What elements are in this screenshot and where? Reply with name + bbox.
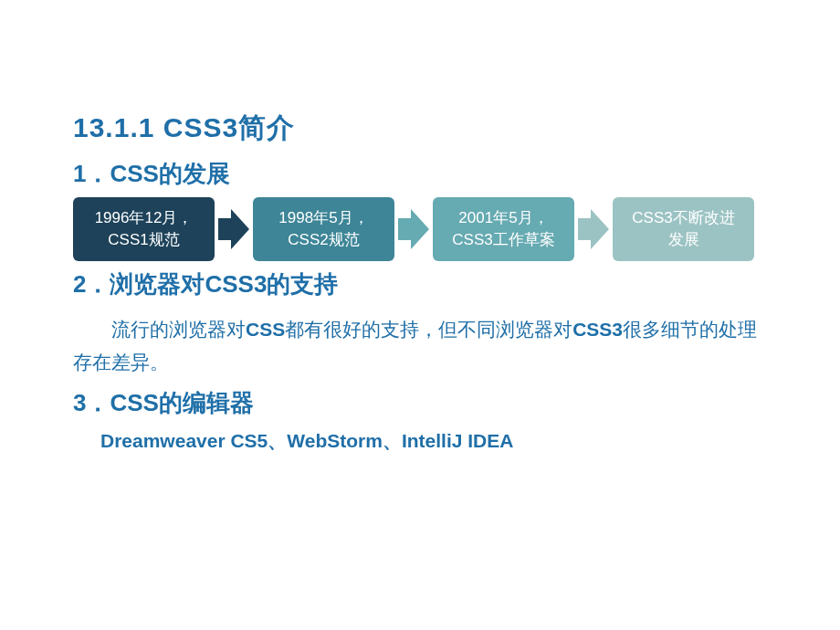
arrow-icon xyxy=(218,209,249,249)
section2-body: 流行的浏览器对CSS都有很好的支持，但不同浏览器对CSS3很多细节的处理存在差异… xyxy=(73,313,767,378)
flow-box-4-line2: 发展 xyxy=(668,229,699,251)
flow-box-2-line2: CSS2规范 xyxy=(288,229,359,251)
arrow-icon xyxy=(578,209,609,249)
body-bold2: CSS3 xyxy=(572,319,623,340)
flow-box-4-line1: CSS3不断改进 xyxy=(632,207,734,229)
section3-heading: 3．CSS的编辑器 xyxy=(73,387,767,419)
flow-box-3-line2: CSS3工作草案 xyxy=(452,229,554,251)
body-mid: 都有很好的支持，但不同浏览器对 xyxy=(285,319,572,340)
flow-box-1: 1996年12月， CSS1规范 xyxy=(73,197,215,261)
flow-box-2: 1998年5月， CSS2规范 xyxy=(253,197,394,261)
body-bold1: CSS xyxy=(246,319,285,340)
flow-box-3: 2001年5月， CSS3工作草案 xyxy=(433,197,574,261)
editor-list: Dreamweaver CS5、WebStorm、IntelliJ IDEA xyxy=(100,428,767,454)
flow-box-3-line1: 2001年5月， xyxy=(458,207,548,229)
timeline-flow: 1996年12月， CSS1规范 1998年5月， CSS2规范 2001年5月… xyxy=(73,197,767,261)
section2-heading: 2．浏览器对CSS3的支持 xyxy=(73,268,767,300)
arrow-icon xyxy=(398,209,429,249)
flow-box-1-line2: CSS1规范 xyxy=(108,229,179,251)
flow-box-4: CSS3不断改进 发展 xyxy=(613,197,754,261)
body-pre: 流行的浏览器对 xyxy=(111,319,246,340)
flow-box-2-line1: 1998年5月， xyxy=(278,207,368,229)
flow-box-1-line1: 1996年12月， xyxy=(95,207,194,229)
slide-title: 13.1.1 CSS3简介 xyxy=(73,110,767,147)
section1-heading: 1．CSS的发展 xyxy=(73,158,767,190)
